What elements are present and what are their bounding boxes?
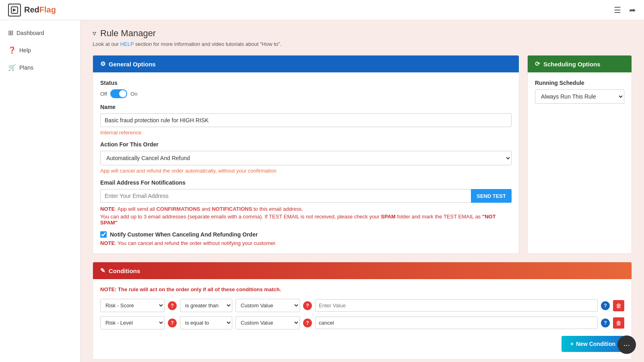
name-input[interactable] <box>100 113 512 127</box>
notify-checkbox[interactable] <box>100 231 107 238</box>
new-condition-label: New Condition <box>576 341 615 347</box>
email-note2: You can add up to 3 email addresses (sep… <box>100 214 512 226</box>
chat-icon: ··· <box>623 340 630 350</box>
logo-text: RedFlag <box>24 5 56 14</box>
logout-icon[interactable]: ➦ <box>629 5 636 15</box>
clock-icon: ⟳ <box>535 60 540 68</box>
status-label: Status <box>100 80 512 86</box>
condition-1-delete[interactable]: 🗑 <box>613 300 624 311</box>
name-field-label: Name <box>100 104 512 110</box>
condition-2-delete[interactable]: 🗑 <box>613 317 624 329</box>
chat-bubble[interactable]: ··· <box>617 335 636 354</box>
top-nav: RedFlag ☰ ➦ <box>0 0 644 20</box>
condition-row-2: Risk - Level Risk - Score Order Total ? … <box>100 316 624 329</box>
condition-2-value-help[interactable]: ? <box>601 319 610 327</box>
general-options-header: ⚙ General Options <box>93 56 519 72</box>
condition-2-type[interactable]: Custom Value Fixed Value <box>235 316 300 329</box>
plans-icon: 🛒 <box>8 64 16 71</box>
edit-icon: ✎ <box>100 267 105 274</box>
sidebar-item-label-help: Help <box>19 47 31 53</box>
hamburger-icon[interactable]: ☰ <box>614 5 621 15</box>
help-icon: ❓ <box>8 46 16 54</box>
toggle-off-label: Off <box>100 91 107 97</box>
page-title-row: ▿ Rule Manager <box>93 28 632 39</box>
action-note: App will cancel and refund the order aut… <box>100 168 512 174</box>
page-title: Rule Manager <box>100 28 156 39</box>
action-label: Action For This Order <box>100 141 512 148</box>
sidebar-item-label-dashboard: Dashboard <box>17 30 44 36</box>
general-options-card: ⚙ General Options Status Off On Name <box>93 55 519 254</box>
email-note: NOTE: App will send all CONFIRMATIONS an… <box>100 206 512 212</box>
logo-text-orange: Flag <box>39 5 56 14</box>
condition-2-field-help[interactable]: ? <box>168 319 177 327</box>
condition-2-value[interactable] <box>315 317 598 329</box>
email-input[interactable] <box>100 189 471 203</box>
email-row: SEND TEST <box>100 189 512 203</box>
status-toggle[interactable] <box>110 89 127 98</box>
general-options-title: General Options <box>109 61 156 68</box>
status-toggle-row: Off On <box>100 89 512 98</box>
scheduling-options-header: ⟳ Scheduling Options <box>528 56 632 72</box>
conditions-body: NOTE: The rule will act on the order onl… <box>93 279 632 359</box>
general-options-body: Status Off On Name Internal reference Ac… <box>93 72 519 253</box>
help-link[interactable]: HELP <box>120 41 134 47</box>
conditions-card: ✎ Conditions NOTE: The rule will act on … <box>93 262 632 360</box>
condition-2-operator[interactable]: is equal to is greater than is less than <box>180 316 232 329</box>
condition-1-operator[interactable]: is greater than is less than is equal to <box>180 299 232 312</box>
conditions-note: NOTE: The rule will act on the order onl… <box>100 286 624 292</box>
toggle-on-label: On <box>130 91 137 97</box>
running-schedule-select[interactable]: Always Run This Rule Run Once Scheduled <box>535 89 624 104</box>
email-label: Email Address For Notifications <box>100 179 512 186</box>
layout: ⊞ Dashboard ❓ Help 🛒 Plans ▿ Rule Manage… <box>0 20 644 362</box>
scheduling-options-title: Scheduling Options <box>543 61 601 68</box>
notify-checkbox-row: Notify Customer When Canceling And Refun… <box>100 231 512 238</box>
dashboard-icon: ⊞ <box>8 29 13 37</box>
condition-1-field-help[interactable]: ? <box>168 301 177 310</box>
sidebar: ⊞ Dashboard ❓ Help 🛒 Plans <box>0 20 80 362</box>
conditions-title: Conditions <box>109 267 140 274</box>
main-content: ▿ Rule Manager Look at our HELP section … <box>80 20 644 362</box>
scheduling-options-body: Running Schedule Always Run This Rule Ru… <box>528 72 632 111</box>
condition-2-type-help[interactable]: ? <box>303 319 312 327</box>
condition-1-value-help[interactable]: ? <box>601 301 610 310</box>
filter-icon: ▿ <box>93 29 96 38</box>
logo-icon <box>8 4 21 16</box>
condition-1-field[interactable]: Risk - Score Risk - Level Order Total <box>100 299 165 312</box>
sidebar-item-dashboard[interactable]: ⊞ Dashboard <box>0 24 80 41</box>
logo-area: RedFlag <box>8 4 614 16</box>
logo-text-black: Red <box>24 5 39 14</box>
gear-icon: ⚙ <box>100 60 105 68</box>
conditions-header: ✎ Conditions <box>93 262 632 279</box>
internal-reference-link[interactable]: Internal reference <box>100 130 141 136</box>
condition-1-value[interactable] <box>315 299 598 312</box>
running-schedule-label: Running Schedule <box>535 80 624 86</box>
new-condition-row: + New Condition <box>100 336 624 352</box>
sidebar-item-help[interactable]: ❓ Help <box>0 41 80 59</box>
notify-label: Notify Customer When Canceling And Refun… <box>110 231 258 238</box>
condition-row-1: Risk - Score Risk - Level Order Total ? … <box>100 299 624 312</box>
send-test-button[interactable]: SEND TEST <box>471 189 512 203</box>
condition-1-type-help[interactable]: ? <box>303 301 312 310</box>
notify-note: NOTE: You can cancel and refund the orde… <box>100 240 512 246</box>
page-subtitle: Look at our HELP section for more inform… <box>93 41 632 47</box>
sidebar-item-plans[interactable]: 🛒 Plans <box>0 59 80 76</box>
plus-icon: + <box>570 341 574 347</box>
top-row: ⚙ General Options Status Off On Name <box>93 55 632 254</box>
sidebar-item-label-plans: Plans <box>19 64 33 71</box>
action-select[interactable]: Automatically Cancel And Refund Cancel O… <box>100 151 512 165</box>
scheduling-options-card: ⟳ Scheduling Options Running Schedule Al… <box>527 55 632 254</box>
new-condition-button[interactable]: + New Condition <box>561 336 624 352</box>
condition-2-field[interactable]: Risk - Level Risk - Score Order Total <box>100 316 165 329</box>
condition-1-type[interactable]: Custom Value Fixed Value <box>235 299 300 312</box>
